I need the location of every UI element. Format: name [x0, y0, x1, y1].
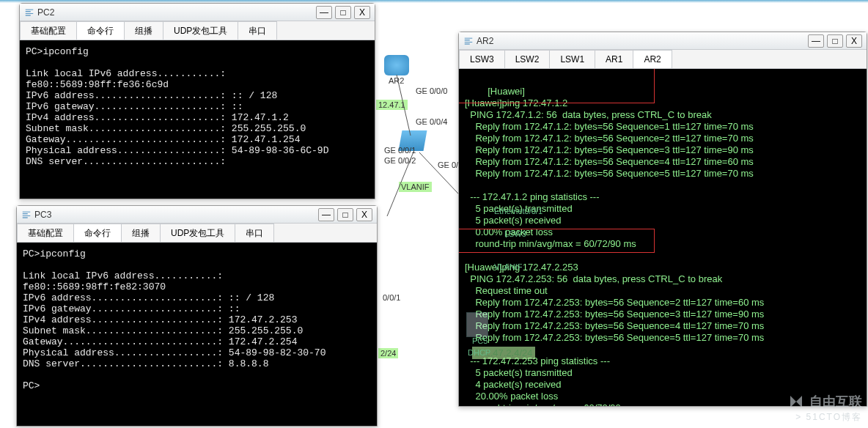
enspm-icon — [21, 210, 32, 220]
pc5-ghost: PC5 — [472, 336, 488, 347]
tab-serial[interactable]: 串口 — [235, 224, 274, 242]
window-pc3[interactable]: PC3 — □ X 基础配置 命令行 组播 UDP发包工具 串口 PC>ipco… — [16, 205, 378, 427]
titlebar-pc2[interactable]: PC2 — □ X — [20, 4, 375, 21]
maximize-button[interactable]: □ — [827, 34, 843, 48]
tab-lsw1[interactable]: LSW1 — [549, 50, 595, 68]
title-ar2: AR2 — [477, 36, 808, 46]
tab-ar2[interactable]: AR2 — [633, 50, 672, 68]
svg-line-0 — [397, 75, 411, 136]
eth-ghost: Ethernet0/0/1 — [494, 206, 542, 217]
tab-udp[interactable]: UDP发包工具 — [160, 224, 235, 242]
tab-basic[interactable]: 基础配置 — [17, 224, 74, 242]
title-pc3: PC3 — [34, 210, 318, 220]
tab-mcast[interactable]: 组播 — [121, 224, 161, 242]
enspm-icon — [24, 7, 34, 18]
tab-serial[interactable]: 串口 — [238, 21, 277, 40]
lsw3-ghost: LSW3 — [504, 229, 526, 240]
tab-mcast[interactable]: 组播 — [124, 21, 163, 40]
watermark-main: 自由互联 — [787, 393, 862, 410]
maximize-button[interactable]: □ — [337, 208, 353, 221]
minimize-button[interactable]: — — [318, 208, 334, 221]
terminal-pc3[interactable]: PC>ipconfig Link local IPv6 address.....… — [17, 243, 377, 426]
titlebar-pc3[interactable]: PC3 — □ X — [17, 206, 377, 224]
watermark-sub: > 51CTO博客 — [795, 411, 862, 424]
tab-cli[interactable]: 命令行 — [73, 224, 122, 242]
enspm-icon — [463, 36, 474, 46]
window-pc2[interactable]: PC2 — □ X 基础配置 命令行 组播 UDP发包工具 串口 PC>ipco… — [19, 3, 375, 199]
tabs-pc3: 基础配置 命令行 组播 UDP发包工具 串口 — [17, 224, 377, 243]
tab-lsw3[interactable]: LSW3 — [459, 50, 505, 68]
dhcp-ghost: DHCP — [468, 347, 490, 358]
tab-udp[interactable]: UDP发包工具 — [163, 21, 238, 40]
tabs-ar2: LSW3 LSW2 LSW1 AR1 AR2 — [459, 50, 867, 69]
maximize-button[interactable]: □ — [335, 6, 351, 19]
pc-ghost — [466, 312, 488, 337]
tab-basic[interactable]: 基础配置 — [20, 21, 77, 40]
minimize-button[interactable]: — — [808, 34, 824, 48]
close-button[interactable]: X — [846, 34, 862, 48]
svg-line-1 — [387, 150, 414, 216]
tabs-pc2: 基础配置 命令行 组播 UDP发包工具 串口 — [20, 21, 375, 40]
minimize-button[interactable]: — — [316, 6, 332, 19]
close-button[interactable]: X — [356, 208, 372, 221]
titlebar-ar2[interactable]: AR2 — □ X — [459, 32, 867, 50]
close-button[interactable]: X — [354, 6, 370, 19]
window-ar2[interactable]: AR2 — □ X LSW3 LSW2 LSW1 AR1 AR2 [Huawei… — [458, 32, 867, 407]
logo-icon — [787, 393, 805, 410]
tab-cli[interactable]: 命令行 — [76, 21, 125, 40]
tab-lsw2[interactable]: LSW2 — [504, 50, 551, 68]
terminal-ar2[interactable]: [Huawei] [Huawei]ping 172.47.1.2 PING 17… — [459, 69, 867, 406]
title-pc2: PC2 — [37, 7, 316, 18]
vlanif-ghost: VLANIF — [494, 262, 523, 273]
terminal-pc2[interactable]: PC>ipconfig Link local IPv6 address.....… — [20, 40, 375, 199]
tab-ar1[interactable]: AR1 — [595, 50, 633, 68]
